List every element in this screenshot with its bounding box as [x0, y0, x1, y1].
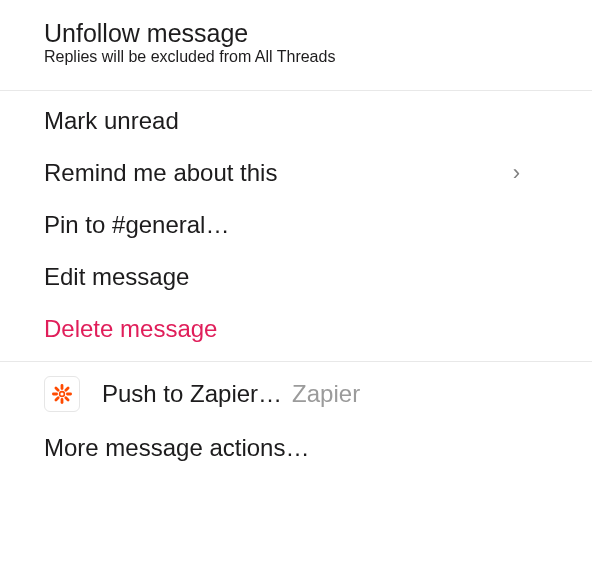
menu-item-unfollow[interactable]: Unfollow message Replies will be exclude…	[0, 4, 592, 84]
push-to-zapier-appname: Zapier	[292, 378, 360, 410]
svg-rect-1	[61, 398, 64, 404]
svg-rect-6	[54, 386, 60, 392]
chevron-right-icon: ›	[513, 157, 520, 189]
svg-rect-7	[64, 396, 70, 402]
message-context-menu: Unfollow message Replies will be exclude…	[0, 0, 592, 480]
edit-label: Edit message	[44, 261, 189, 293]
push-to-zapier-label: Push to Zapier…	[102, 378, 282, 410]
section-follow: Unfollow message Replies will be exclude…	[0, 0, 592, 90]
section-app-actions: Push to Zapier… Zapier More message acti…	[0, 362, 592, 480]
svg-rect-5	[54, 396, 60, 402]
svg-rect-2	[52, 393, 58, 396]
section-message-ops: Mark unread Remind me about this › Pin t…	[0, 91, 592, 361]
pin-label: Pin to #general…	[44, 209, 229, 241]
mark-unread-label: Mark unread	[44, 105, 179, 137]
more-actions-label: More message actions…	[44, 432, 309, 464]
svg-point-9	[60, 392, 63, 395]
remind-label: Remind me about this	[44, 157, 277, 189]
unfollow-subtitle: Replies will be excluded from All Thread…	[44, 48, 548, 66]
menu-item-mark-unread[interactable]: Mark unread	[0, 95, 592, 147]
menu-item-delete[interactable]: Delete message	[0, 303, 592, 355]
svg-rect-3	[66, 393, 72, 396]
delete-label: Delete message	[44, 313, 217, 345]
svg-rect-4	[64, 386, 70, 392]
svg-rect-0	[61, 384, 64, 390]
menu-item-push-to-zapier[interactable]: Push to Zapier… Zapier	[0, 366, 592, 422]
menu-item-edit[interactable]: Edit message	[0, 251, 592, 303]
menu-item-more-actions[interactable]: More message actions…	[0, 422, 592, 474]
menu-item-remind[interactable]: Remind me about this ›	[0, 147, 592, 199]
unfollow-title: Unfollow message	[44, 18, 548, 48]
zapier-icon	[44, 376, 80, 412]
menu-item-pin[interactable]: Pin to #general…	[0, 199, 592, 251]
